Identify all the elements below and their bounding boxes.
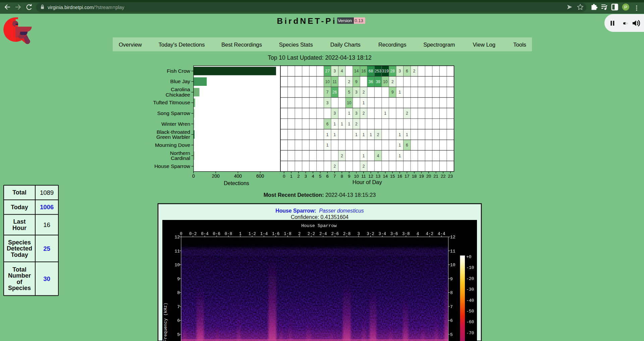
svg-text:Daily Charts: Daily Charts bbox=[330, 42, 361, 48]
svg-text:3: 3 bbox=[333, 111, 336, 116]
svg-text:5: 5 bbox=[319, 174, 321, 179]
svg-text:1: 1 bbox=[398, 154, 401, 158]
svg-text:Song Sparrow: Song Sparrow bbox=[157, 110, 191, 116]
svg-text:1: 1 bbox=[363, 154, 365, 158]
svg-text:Today's Detections: Today's Detections bbox=[159, 42, 205, 48]
svg-text:8: 8 bbox=[341, 174, 343, 179]
svg-text:1: 1 bbox=[363, 101, 365, 105]
svg-text:1: 1 bbox=[398, 132, 401, 137]
svg-text:Cardinal: Cardinal bbox=[171, 155, 190, 161]
svg-text:14: 14 bbox=[383, 174, 387, 179]
svg-text:1006: 1006 bbox=[40, 204, 54, 211]
svg-text:Blue Jay: Blue Jay bbox=[170, 78, 191, 84]
svg-text:2: 2 bbox=[297, 174, 300, 179]
svg-text:Northern: Northern bbox=[170, 150, 190, 156]
svg-text:7: 7 bbox=[326, 90, 329, 95]
svg-text:10: 10 bbox=[174, 263, 180, 268]
svg-text:View Log: View Log bbox=[473, 42, 495, 48]
svg-text:1: 1 bbox=[326, 143, 329, 148]
svg-text:1: 1 bbox=[384, 111, 386, 116]
svg-text:Frequency (kHz): Frequency (kHz) bbox=[163, 302, 168, 341]
svg-text:1: 1 bbox=[363, 132, 365, 137]
svg-text:Last: Last bbox=[13, 218, 25, 225]
svg-text:Confidence: 0.41351604: Confidence: 0.41351604 bbox=[291, 214, 348, 220]
svg-text:-30: -30 bbox=[466, 287, 474, 292]
svg-text:10: 10 bbox=[325, 79, 330, 84]
svg-text:Species Stats: Species Stats bbox=[279, 42, 313, 48]
svg-text:17: 17 bbox=[405, 174, 409, 179]
svg-text:Detected: Detected bbox=[7, 245, 32, 252]
svg-text:4: 4 bbox=[312, 174, 314, 179]
svg-text:Species: Species bbox=[8, 239, 31, 246]
svg-text:Tools: Tools bbox=[513, 42, 526, 48]
svg-text:-70: -70 bbox=[466, 331, 474, 336]
svg-text:P: P bbox=[624, 5, 627, 10]
svg-text:Total: Total bbox=[12, 266, 26, 273]
svg-text:Top 10 Last Updated: 2022-04-1: Top 10 Last Updated: 2022-04-13 18:12 bbox=[268, 54, 371, 61]
svg-text:3: 3 bbox=[326, 101, 329, 105]
svg-text:6: 6 bbox=[177, 318, 180, 323]
svg-text:7: 7 bbox=[177, 304, 180, 309]
svg-text:23: 23 bbox=[448, 174, 452, 179]
svg-text:Recordings: Recordings bbox=[378, 42, 406, 48]
svg-text:1: 1 bbox=[333, 122, 336, 126]
svg-text:3: 3 bbox=[355, 111, 358, 116]
svg-text:Green Warbler: Green Warbler bbox=[156, 134, 190, 140]
svg-text:1: 1 bbox=[398, 143, 401, 148]
svg-text:2: 2 bbox=[406, 111, 408, 116]
svg-text:3: 3 bbox=[398, 69, 401, 73]
svg-text:9: 9 bbox=[348, 174, 350, 179]
svg-text:12: 12 bbox=[368, 174, 373, 179]
svg-text:200: 200 bbox=[212, 173, 220, 179]
svg-text:-10: -10 bbox=[466, 265, 474, 270]
svg-text:4: 4 bbox=[377, 154, 379, 158]
svg-text:21: 21 bbox=[433, 174, 438, 179]
svg-text:Today: Today bbox=[11, 251, 28, 258]
svg-text:Tufted Titmouse: Tufted Titmouse bbox=[153, 100, 190, 105]
svg-text:3: 3 bbox=[355, 90, 358, 95]
svg-text:1: 1 bbox=[355, 132, 358, 137]
svg-text:9: 9 bbox=[391, 90, 394, 95]
svg-text:253: 253 bbox=[375, 69, 381, 73]
svg-text:1: 1 bbox=[326, 132, 329, 137]
svg-text:-60: -60 bbox=[466, 320, 474, 325]
svg-text:39: 39 bbox=[376, 79, 380, 84]
svg-text:27: 27 bbox=[325, 69, 330, 73]
svg-text:1: 1 bbox=[406, 132, 408, 137]
svg-text:House Sparrow: Passer domesti: House Sparrow: Passer domesticus bbox=[275, 208, 364, 214]
svg-text:16: 16 bbox=[43, 221, 50, 228]
svg-text:36: 36 bbox=[369, 79, 373, 84]
svg-text:5: 5 bbox=[177, 332, 180, 337]
svg-text:10: 10 bbox=[450, 263, 455, 268]
svg-text:Version: Version bbox=[338, 18, 352, 23]
svg-text:0: 0 bbox=[283, 174, 285, 179]
svg-text:Today: Today bbox=[11, 204, 28, 211]
svg-text:Carolina: Carolina bbox=[171, 87, 190, 92]
svg-text:16: 16 bbox=[361, 69, 366, 73]
svg-text:6: 6 bbox=[406, 143, 408, 148]
svg-text:Winter Wren: Winter Wren bbox=[161, 121, 190, 127]
svg-text:8: 8 bbox=[177, 290, 180, 295]
svg-text:2: 2 bbox=[348, 79, 351, 84]
svg-text:1089: 1089 bbox=[40, 189, 54, 196]
svg-text:15: 15 bbox=[390, 174, 395, 179]
svg-text:Hour of Day: Hour of Day bbox=[353, 179, 382, 185]
svg-text:2: 2 bbox=[363, 164, 365, 169]
svg-text:5: 5 bbox=[348, 90, 351, 95]
svg-text:10: 10 bbox=[354, 174, 359, 179]
svg-text:Fish Crow: Fish Crow bbox=[167, 68, 191, 74]
svg-text:12: 12 bbox=[174, 235, 180, 240]
svg-text:Number: Number bbox=[8, 272, 31, 279]
svg-text:Chickadee: Chickadee bbox=[166, 92, 190, 98]
svg-text:28: 28 bbox=[390, 69, 395, 73]
svg-text:10: 10 bbox=[347, 101, 352, 105]
svg-text:Species: Species bbox=[8, 285, 31, 291]
svg-text:30: 30 bbox=[43, 275, 50, 282]
svg-text:9: 9 bbox=[177, 277, 180, 282]
svg-text:22: 22 bbox=[441, 174, 445, 179]
svg-text:13: 13 bbox=[376, 174, 380, 179]
svg-text:2: 2 bbox=[413, 69, 416, 73]
svg-text:3: 3 bbox=[333, 69, 336, 73]
svg-text:virginia.birdnetpi.com/?stream: virginia.birdnetpi.com/?stream=play bbox=[48, 5, 124, 10]
svg-text:2: 2 bbox=[333, 164, 336, 169]
